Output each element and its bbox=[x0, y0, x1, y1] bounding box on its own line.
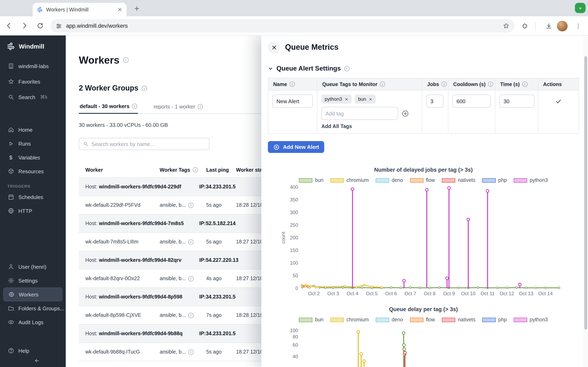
remove-tag-icon bbox=[369, 97, 372, 101]
host-name: windmill-workers-9fdfc99d4-8p598 bbox=[99, 294, 182, 300]
worker-tags: ansible, b... bbox=[160, 349, 186, 355]
sidebar-item-workers[interactable]: Workers bbox=[3, 287, 62, 301]
legend-label: chromium bbox=[346, 177, 369, 183]
legend-swatch bbox=[376, 317, 389, 322]
legend-item-chromium[interactable]: chromium bbox=[330, 317, 369, 323]
collapse-sidebar-arrow-icon[interactable] bbox=[8, 358, 66, 364]
legend-item-deno[interactable]: deno bbox=[376, 317, 403, 323]
info-icon[interactable] bbox=[141, 86, 147, 91]
browser-green-chevron-button[interactable] bbox=[575, 3, 586, 13]
cooldown-input[interactable] bbox=[452, 95, 491, 108]
legend-item-php[interactable]: php bbox=[483, 177, 507, 183]
back-icon[interactable] bbox=[2, 19, 16, 32]
search-input[interactable] bbox=[91, 141, 205, 147]
tab-close-icon[interactable] bbox=[117, 7, 122, 12]
legend-item-chromium[interactable]: chromium bbox=[330, 177, 369, 183]
new-tab-button[interactable] bbox=[132, 4, 141, 13]
add-new-alert-label: Add New Alert bbox=[283, 144, 319, 150]
info-icon[interactable] bbox=[188, 313, 194, 318]
tag-chip-python3[interactable]: python3 bbox=[321, 95, 351, 104]
site-settings-icon[interactable] bbox=[56, 23, 62, 29]
info-icon[interactable] bbox=[380, 82, 385, 87]
sidebar-item-label: Workers bbox=[19, 291, 38, 298]
queue-metrics-drawer: Queue Metrics Queue Alert Settings Name … bbox=[261, 35, 588, 367]
reload-icon[interactable] bbox=[34, 19, 47, 32]
legend-item-bun[interactable]: bun bbox=[299, 317, 324, 323]
worker-tags: ansible, b... bbox=[160, 202, 186, 208]
info-icon[interactable] bbox=[188, 276, 194, 281]
legend-label: php bbox=[498, 177, 507, 183]
url-text[interactable]: app.windmill.dev/workers bbox=[66, 23, 499, 29]
sidebar-item-http[interactable]: HTTP bbox=[0, 204, 66, 218]
sidebar-item-variables[interactable]: $ Variables bbox=[0, 150, 66, 164]
tab-reports-group[interactable]: reports - 1 worker bbox=[153, 103, 204, 113]
legend-item-nativets[interactable]: nativets bbox=[442, 317, 475, 323]
svg-text:Oct 10: Oct 10 bbox=[461, 291, 476, 296]
scrollbar-thumb[interactable] bbox=[584, 56, 587, 329]
info-icon[interactable] bbox=[188, 202, 194, 208]
profile-avatar[interactable] bbox=[557, 21, 568, 31]
browser-menu-kebab-icon[interactable] bbox=[572, 19, 585, 33]
folder-icon bbox=[7, 305, 14, 312]
info-icon[interactable] bbox=[441, 82, 447, 87]
sidebar-item-label: User (henri) bbox=[18, 264, 46, 270]
sidebar-item-home[interactable]: Home bbox=[0, 123, 66, 137]
sidebar-item-folders-groups[interactable]: Folders & Groups... bbox=[0, 301, 66, 315]
legend-item-python3[interactable]: python3 bbox=[514, 317, 548, 323]
info-icon[interactable] bbox=[188, 239, 194, 244]
worker-search[interactable] bbox=[79, 138, 209, 150]
sidebar-item-label: Help bbox=[18, 348, 29, 354]
info-icon[interactable] bbox=[198, 104, 203, 109]
sidebar-item-workspace[interactable]: windmill-labs bbox=[0, 58, 66, 74]
jobs-input[interactable] bbox=[426, 95, 443, 108]
alert-name-input[interactable] bbox=[272, 95, 313, 108]
close-drawer-button[interactable] bbox=[268, 41, 280, 53]
legend-item-deno[interactable]: deno bbox=[376, 177, 403, 183]
tag-chip-bun[interactable]: bun bbox=[355, 95, 375, 104]
legend-item-bun[interactable]: bun bbox=[299, 177, 324, 183]
legend-item-nativets[interactable]: nativets bbox=[442, 177, 475, 183]
legend-item-flow[interactable]: flow bbox=[410, 317, 435, 323]
add-tag-plus-icon[interactable] bbox=[401, 109, 409, 117]
extensions-icon[interactable] bbox=[518, 19, 531, 33]
info-icon[interactable] bbox=[488, 82, 493, 87]
search-icon bbox=[83, 141, 89, 147]
tab-default-group[interactable]: default - 30 workers bbox=[79, 103, 138, 114]
info-icon[interactable] bbox=[192, 167, 198, 173]
add-new-alert-button[interactable]: Add New Alert bbox=[268, 141, 324, 153]
legend-item-flow[interactable]: flow bbox=[410, 177, 435, 183]
downloads-icon[interactable] bbox=[542, 19, 555, 33]
confirm-check-icon[interactable] bbox=[555, 98, 562, 105]
legend-item-php[interactable]: php bbox=[483, 317, 507, 323]
last-ping: 5s ago bbox=[203, 349, 233, 355]
sidebar-item-favorites[interactable]: Favorites bbox=[0, 74, 66, 89]
browser-tab[interactable]: Workers | Windmill bbox=[33, 3, 127, 16]
windmill-logo[interactable]: Windmill bbox=[0, 35, 66, 54]
time-input[interactable] bbox=[499, 95, 535, 108]
sidebar-item-search[interactable]: Search ⌘k bbox=[0, 89, 66, 105]
legend-item-python3[interactable]: python3 bbox=[514, 177, 548, 183]
drawer-scrollbar[interactable] bbox=[583, 35, 588, 367]
info-icon[interactable] bbox=[344, 66, 349, 71]
sidebar-item-help[interactable]: Help bbox=[0, 345, 66, 357]
sidebar-item-settings[interactable]: Settings bbox=[0, 274, 66, 287]
add-all-tags-button[interactable]: Add All Tags bbox=[321, 124, 418, 129]
info-icon[interactable] bbox=[188, 349, 194, 355]
column-header: Name bbox=[273, 81, 287, 87]
bookmark-star-icon[interactable] bbox=[503, 22, 510, 29]
info-icon[interactable] bbox=[290, 82, 295, 87]
sidebar-item-audit-logs[interactable]: Audit Logs bbox=[0, 315, 66, 329]
cube-icon bbox=[7, 168, 14, 175]
forward-icon[interactable] bbox=[18, 19, 31, 32]
sidebar-item-user[interactable]: User (henri) bbox=[0, 260, 66, 274]
info-icon[interactable] bbox=[123, 58, 129, 63]
sidebar-item-schedules[interactable]: Schedules bbox=[0, 190, 66, 204]
info-icon[interactable] bbox=[132, 104, 137, 109]
add-tag-input[interactable] bbox=[321, 107, 398, 120]
sidebar-item-runs[interactable]: Runs bbox=[0, 137, 66, 150]
chevron-down-icon[interactable] bbox=[268, 66, 273, 71]
host-label: Host: bbox=[85, 331, 97, 336]
info-icon[interactable] bbox=[522, 82, 527, 87]
sidebar-item-resources[interactable]: Resources bbox=[0, 164, 66, 178]
address-bar[interactable]: app.windmill.dev/workers bbox=[51, 19, 515, 33]
